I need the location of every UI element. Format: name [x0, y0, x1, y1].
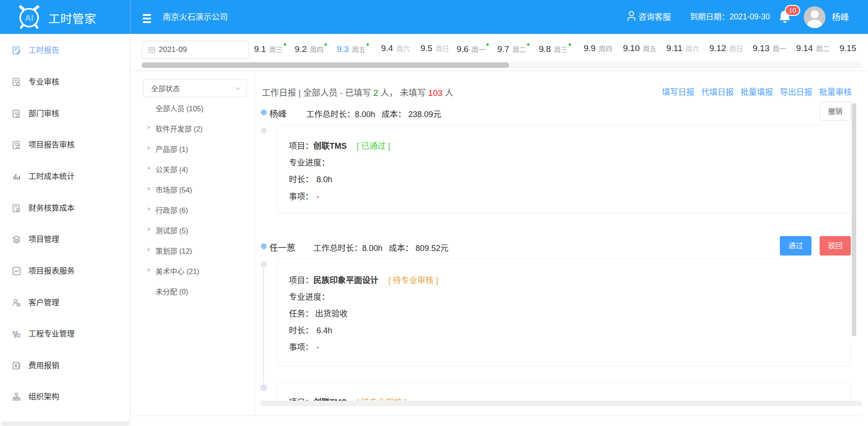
svg-text:AI: AI	[25, 13, 33, 23]
svg-text:$: $	[17, 208, 19, 212]
